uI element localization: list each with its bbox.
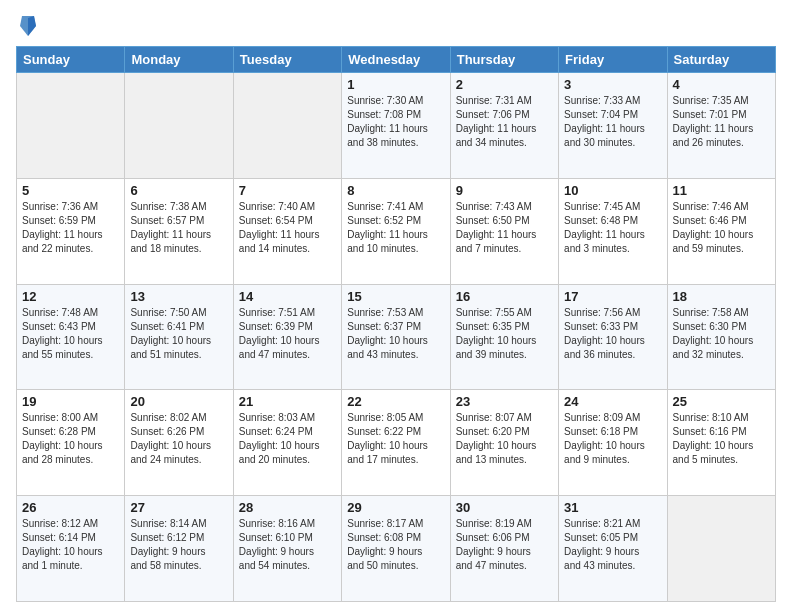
- calendar-cell: 12Sunrise: 7:48 AM Sunset: 6:43 PM Dayli…: [17, 284, 125, 390]
- day-info: Sunrise: 7:41 AM Sunset: 6:52 PM Dayligh…: [347, 200, 444, 256]
- calendar-cell: 29Sunrise: 8:17 AM Sunset: 6:08 PM Dayli…: [342, 496, 450, 602]
- day-info: Sunrise: 7:35 AM Sunset: 7:01 PM Dayligh…: [673, 94, 770, 150]
- calendar-cell: 4Sunrise: 7:35 AM Sunset: 7:01 PM Daylig…: [667, 73, 775, 179]
- day-number: 23: [456, 394, 553, 409]
- day-number: 5: [22, 183, 119, 198]
- calendar-header-row: SundayMondayTuesdayWednesdayThursdayFrid…: [17, 47, 776, 73]
- day-number: 16: [456, 289, 553, 304]
- day-info: Sunrise: 7:48 AM Sunset: 6:43 PM Dayligh…: [22, 306, 119, 362]
- day-info: Sunrise: 8:19 AM Sunset: 6:06 PM Dayligh…: [456, 517, 553, 573]
- day-number: 26: [22, 500, 119, 515]
- day-number: 17: [564, 289, 661, 304]
- day-number: 30: [456, 500, 553, 515]
- calendar-cell: 11Sunrise: 7:46 AM Sunset: 6:46 PM Dayli…: [667, 178, 775, 284]
- day-number: 1: [347, 77, 444, 92]
- calendar-week-row: 19Sunrise: 8:00 AM Sunset: 6:28 PM Dayli…: [17, 390, 776, 496]
- day-number: 7: [239, 183, 336, 198]
- calendar-cell: 21Sunrise: 8:03 AM Sunset: 6:24 PM Dayli…: [233, 390, 341, 496]
- calendar-cell: [233, 73, 341, 179]
- day-number: 4: [673, 77, 770, 92]
- calendar-header-saturday: Saturday: [667, 47, 775, 73]
- day-number: 6: [130, 183, 227, 198]
- calendar-cell: 16Sunrise: 7:55 AM Sunset: 6:35 PM Dayli…: [450, 284, 558, 390]
- calendar-cell: 14Sunrise: 7:51 AM Sunset: 6:39 PM Dayli…: [233, 284, 341, 390]
- day-number: 15: [347, 289, 444, 304]
- header: [16, 16, 776, 36]
- day-info: Sunrise: 8:05 AM Sunset: 6:22 PM Dayligh…: [347, 411, 444, 467]
- day-number: 2: [456, 77, 553, 92]
- calendar-header-thursday: Thursday: [450, 47, 558, 73]
- day-number: 28: [239, 500, 336, 515]
- calendar-cell: 27Sunrise: 8:14 AM Sunset: 6:12 PM Dayli…: [125, 496, 233, 602]
- calendar-header-monday: Monday: [125, 47, 233, 73]
- day-info: Sunrise: 7:56 AM Sunset: 6:33 PM Dayligh…: [564, 306, 661, 362]
- logo-icon: [18, 14, 38, 38]
- page: SundayMondayTuesdayWednesdayThursdayFrid…: [0, 0, 792, 612]
- day-info: Sunrise: 7:45 AM Sunset: 6:48 PM Dayligh…: [564, 200, 661, 256]
- day-number: 13: [130, 289, 227, 304]
- day-number: 18: [673, 289, 770, 304]
- day-info: Sunrise: 7:36 AM Sunset: 6:59 PM Dayligh…: [22, 200, 119, 256]
- calendar-header-sunday: Sunday: [17, 47, 125, 73]
- day-info: Sunrise: 8:16 AM Sunset: 6:10 PM Dayligh…: [239, 517, 336, 573]
- day-number: 25: [673, 394, 770, 409]
- day-info: Sunrise: 8:09 AM Sunset: 6:18 PM Dayligh…: [564, 411, 661, 467]
- calendar-cell: 22Sunrise: 8:05 AM Sunset: 6:22 PM Dayli…: [342, 390, 450, 496]
- day-number: 31: [564, 500, 661, 515]
- calendar-cell: 18Sunrise: 7:58 AM Sunset: 6:30 PM Dayli…: [667, 284, 775, 390]
- calendar-cell: [667, 496, 775, 602]
- day-info: Sunrise: 7:50 AM Sunset: 6:41 PM Dayligh…: [130, 306, 227, 362]
- logo: [16, 16, 38, 36]
- calendar-cell: 1Sunrise: 7:30 AM Sunset: 7:08 PM Daylig…: [342, 73, 450, 179]
- day-info: Sunrise: 7:58 AM Sunset: 6:30 PM Dayligh…: [673, 306, 770, 362]
- calendar-cell: 6Sunrise: 7:38 AM Sunset: 6:57 PM Daylig…: [125, 178, 233, 284]
- svg-marker-1: [28, 16, 36, 36]
- calendar-week-row: 5Sunrise: 7:36 AM Sunset: 6:59 PM Daylig…: [17, 178, 776, 284]
- day-info: Sunrise: 8:03 AM Sunset: 6:24 PM Dayligh…: [239, 411, 336, 467]
- calendar: SundayMondayTuesdayWednesdayThursdayFrid…: [16, 46, 776, 602]
- calendar-cell: 24Sunrise: 8:09 AM Sunset: 6:18 PM Dayli…: [559, 390, 667, 496]
- day-number: 11: [673, 183, 770, 198]
- calendar-cell: [125, 73, 233, 179]
- calendar-week-row: 12Sunrise: 7:48 AM Sunset: 6:43 PM Dayli…: [17, 284, 776, 390]
- calendar-cell: 20Sunrise: 8:02 AM Sunset: 6:26 PM Dayli…: [125, 390, 233, 496]
- day-info: Sunrise: 8:12 AM Sunset: 6:14 PM Dayligh…: [22, 517, 119, 573]
- day-info: Sunrise: 7:46 AM Sunset: 6:46 PM Dayligh…: [673, 200, 770, 256]
- day-number: 20: [130, 394, 227, 409]
- calendar-cell: 8Sunrise: 7:41 AM Sunset: 6:52 PM Daylig…: [342, 178, 450, 284]
- calendar-cell: 9Sunrise: 7:43 AM Sunset: 6:50 PM Daylig…: [450, 178, 558, 284]
- day-info: Sunrise: 7:30 AM Sunset: 7:08 PM Dayligh…: [347, 94, 444, 150]
- day-info: Sunrise: 7:53 AM Sunset: 6:37 PM Dayligh…: [347, 306, 444, 362]
- calendar-cell: 10Sunrise: 7:45 AM Sunset: 6:48 PM Dayli…: [559, 178, 667, 284]
- day-info: Sunrise: 8:07 AM Sunset: 6:20 PM Dayligh…: [456, 411, 553, 467]
- calendar-cell: 15Sunrise: 7:53 AM Sunset: 6:37 PM Dayli…: [342, 284, 450, 390]
- day-info: Sunrise: 7:33 AM Sunset: 7:04 PM Dayligh…: [564, 94, 661, 150]
- calendar-week-row: 1Sunrise: 7:30 AM Sunset: 7:08 PM Daylig…: [17, 73, 776, 179]
- calendar-header-tuesday: Tuesday: [233, 47, 341, 73]
- day-number: 14: [239, 289, 336, 304]
- calendar-cell: [17, 73, 125, 179]
- calendar-cell: 17Sunrise: 7:56 AM Sunset: 6:33 PM Dayli…: [559, 284, 667, 390]
- day-number: 10: [564, 183, 661, 198]
- day-info: Sunrise: 8:17 AM Sunset: 6:08 PM Dayligh…: [347, 517, 444, 573]
- calendar-cell: 3Sunrise: 7:33 AM Sunset: 7:04 PM Daylig…: [559, 73, 667, 179]
- calendar-cell: 31Sunrise: 8:21 AM Sunset: 6:05 PM Dayli…: [559, 496, 667, 602]
- calendar-cell: 23Sunrise: 8:07 AM Sunset: 6:20 PM Dayli…: [450, 390, 558, 496]
- day-info: Sunrise: 8:14 AM Sunset: 6:12 PM Dayligh…: [130, 517, 227, 573]
- calendar-header-wednesday: Wednesday: [342, 47, 450, 73]
- day-number: 9: [456, 183, 553, 198]
- day-info: Sunrise: 8:00 AM Sunset: 6:28 PM Dayligh…: [22, 411, 119, 467]
- day-number: 29: [347, 500, 444, 515]
- day-number: 27: [130, 500, 227, 515]
- day-info: Sunrise: 7:38 AM Sunset: 6:57 PM Dayligh…: [130, 200, 227, 256]
- day-number: 19: [22, 394, 119, 409]
- calendar-cell: 25Sunrise: 8:10 AM Sunset: 6:16 PM Dayli…: [667, 390, 775, 496]
- calendar-cell: 7Sunrise: 7:40 AM Sunset: 6:54 PM Daylig…: [233, 178, 341, 284]
- calendar-header-friday: Friday: [559, 47, 667, 73]
- day-number: 12: [22, 289, 119, 304]
- calendar-week-row: 26Sunrise: 8:12 AM Sunset: 6:14 PM Dayli…: [17, 496, 776, 602]
- day-number: 24: [564, 394, 661, 409]
- day-info: Sunrise: 7:55 AM Sunset: 6:35 PM Dayligh…: [456, 306, 553, 362]
- calendar-cell: 30Sunrise: 8:19 AM Sunset: 6:06 PM Dayli…: [450, 496, 558, 602]
- calendar-cell: 19Sunrise: 8:00 AM Sunset: 6:28 PM Dayli…: [17, 390, 125, 496]
